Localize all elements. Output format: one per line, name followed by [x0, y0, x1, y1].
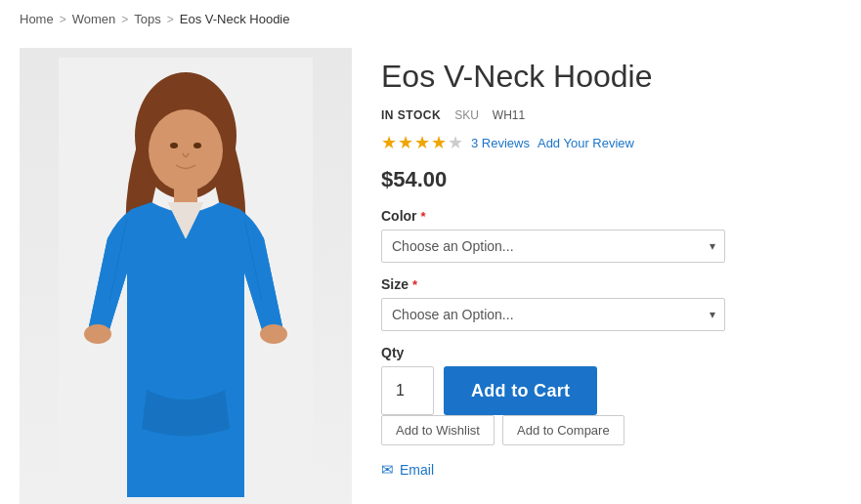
add-to-wishlist-button[interactable]: Add to Wishlist — [381, 415, 495, 445]
color-select-wrapper: Choose an Option... Blue Red Green ▾ — [381, 230, 725, 263]
color-label-row: Color * — [381, 208, 841, 224]
breadcrumb: Home > Women > Tops > Eos V-Neck Hoodie — [0, 0, 861, 38]
product-figure-svg — [59, 58, 313, 497]
breadcrumb-home[interactable]: Home — [20, 12, 54, 26]
breadcrumb-tops[interactable]: Tops — [134, 12, 160, 26]
size-label: Size — [381, 276, 409, 292]
availability-badge: IN STOCK — [381, 108, 441, 122]
color-option-group: Color * Choose an Option... Blue Red Gre… — [381, 208, 841, 263]
svg-point-7 — [260, 324, 287, 344]
product-layout: Eos V-Neck Hoodie IN STOCK SKU WH11 ★ ★ … — [0, 38, 861, 504]
svg-point-6 — [84, 324, 111, 344]
product-details: Eos V-Neck Hoodie IN STOCK SKU WH11 ★ ★ … — [381, 48, 841, 504]
product-image-placeholder — [20, 48, 352, 504]
breadcrumb-current: Eos V-Neck Hoodie — [180, 12, 290, 26]
sku-label: SKU — [454, 108, 479, 122]
size-label-row: Size * — [381, 276, 841, 292]
size-required-star: * — [412, 277, 417, 292]
qty-label: Qty — [381, 345, 841, 360]
add-review-link[interactable]: Add Your Review — [538, 136, 634, 150]
size-select-wrapper: Choose an Option... XS S M L XL ▾ — [381, 298, 725, 331]
add-to-cart-button[interactable]: Add to Cart — [444, 366, 597, 415]
qty-cart-section: Qty Add to Cart — [381, 345, 841, 415]
star-4: ★ — [431, 132, 447, 153]
star-rating: ★ ★ ★ ★ ★ — [381, 132, 463, 153]
product-meta: IN STOCK SKU WH11 — [381, 108, 841, 122]
breadcrumb-sep-2: > — [121, 13, 128, 26]
breadcrumb-sep-3: > — [167, 13, 174, 26]
star-5: ★ — [448, 132, 463, 153]
qty-cart-inner: Add to Cart — [381, 366, 841, 415]
breadcrumb-women[interactable]: Women — [72, 12, 116, 26]
star-1: ★ — [381, 132, 397, 153]
svg-point-3 — [149, 109, 223, 191]
color-required-star: * — [421, 209, 426, 224]
color-select[interactable]: Choose an Option... Blue Red Green — [381, 230, 725, 263]
star-2: ★ — [398, 132, 413, 153]
email-icon: ✉ — [381, 461, 394, 479]
svg-point-4 — [170, 143, 178, 148]
size-select[interactable]: Choose an Option... XS S M L XL — [381, 298, 725, 331]
email-link[interactable]: Email — [400, 462, 434, 478]
wishlist-compare-row: Add to Wishlist Add to Compare — [381, 415, 841, 445]
product-price: $54.00 — [381, 167, 841, 192]
svg-point-5 — [194, 143, 201, 148]
email-row: ✉ Email — [381, 461, 841, 479]
reviews-link[interactable]: 3 Reviews — [471, 136, 530, 150]
add-to-compare-button[interactable]: Add to Compare — [502, 415, 624, 445]
qty-input[interactable] — [381, 366, 434, 415]
product-image — [20, 48, 352, 504]
product-title: Eos V-Neck Hoodie — [381, 58, 841, 95]
rating-row: ★ ★ ★ ★ ★ 3 Reviews Add Your Review — [381, 132, 841, 153]
breadcrumb-sep-1: > — [60, 13, 66, 26]
sku-value: WH11 — [493, 108, 525, 122]
color-label: Color — [381, 208, 417, 224]
size-option-group: Size * Choose an Option... XS S M L XL ▾ — [381, 276, 841, 331]
star-3: ★ — [414, 132, 430, 153]
